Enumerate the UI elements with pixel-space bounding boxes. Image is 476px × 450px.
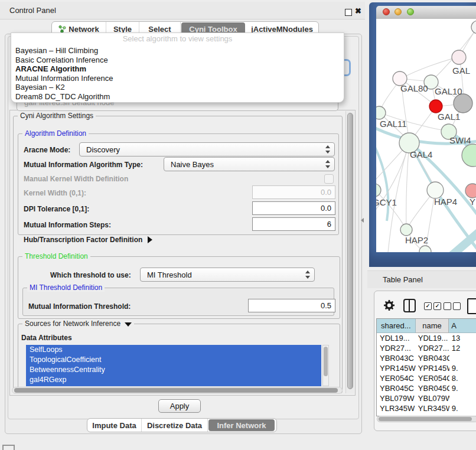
mi-threshold-label: Mutual Information Threshold: <box>28 302 131 311</box>
algorithm-option[interactable]: Bayesian – K2 <box>11 83 344 92</box>
mi-algorithm-type-label: Mutual Information Algorithm Type: <box>24 161 143 169</box>
attribute-item[interactable]: SelfLoops <box>26 345 321 355</box>
table-panel: ✓✓ shared... name A YDL19... YDL19 <box>374 291 476 431</box>
algorithm-option[interactable]: Basic Correlation Inference <box>11 56 344 65</box>
svg-text:GAL11: GAL11 <box>380 119 407 129</box>
svg-text:GAL4: GAL4 <box>410 149 432 159</box>
table-panel-titlebar: Table Panel <box>367 270 476 288</box>
deselect-all-columns-icon[interactable] <box>444 302 461 310</box>
algorithm-option-selected[interactable]: ARACNE Algorithm <box>11 64 344 74</box>
node-table: shared... name A YDL19... YDL19... 13 YD… <box>376 318 476 416</box>
node-salmon <box>465 184 476 198</box>
collapsed-panel-grip[interactable] <box>2 445 15 450</box>
scrollbar-thumb[interactable] <box>347 113 353 389</box>
table-panel-title: Table Panel <box>383 271 423 288</box>
network-tab-icon <box>58 25 66 33</box>
node-hap2 <box>400 224 412 236</box>
data-attributes-label: Data Attributes <box>21 334 72 342</box>
mi-algorithm-type-combobox[interactable]: Naive Bayes <box>164 157 335 171</box>
gear-icon[interactable] <box>383 299 395 311</box>
apply-button[interactable]: Apply <box>158 399 201 413</box>
table-row[interactable]: YLR345W YLR345W 9. <box>377 403 476 413</box>
scrollbar-thumb[interactable] <box>379 417 472 421</box>
scrollbar-thumb[interactable] <box>324 347 328 376</box>
tab-discretize-data[interactable]: Discretize Data <box>142 419 208 432</box>
sources-group-title: Sources for Network Inference <box>22 319 134 328</box>
which-threshold-combobox[interactable]: MI Threshold <box>140 268 315 282</box>
attribute-item[interactable]: gal4RGexp <box>26 375 321 385</box>
mi-steps-label: Mutual Information Steps: <box>24 221 111 229</box>
algorithm-dropdown-prompt: Select algorithm to view settings <box>11 33 344 46</box>
mi-steps-field[interactable]: 6 <box>252 217 335 231</box>
attribute-item[interactable]: TopologicalCoefficient <box>26 355 321 365</box>
aracne-mode-combobox[interactable]: Discovery <box>79 142 335 156</box>
float-panel-icon[interactable] <box>345 9 352 16</box>
svg-text:Y: Y <box>470 197 475 207</box>
settings-horizontal-scrollbar[interactable] <box>12 387 343 394</box>
table-row[interactable]: YPR145W YPR145W 9. <box>377 363 476 373</box>
table-row[interactable]: YER054C YER054C 8. <box>377 373 476 383</box>
expand-right-icon[interactable] <box>148 236 152 243</box>
svg-text:GCY1: GCY1 <box>376 197 397 207</box>
node-gal11 <box>376 106 386 119</box>
kernel-width-field[interactable]: 0.0 <box>252 185 335 199</box>
dpi-tolerance-field[interactable]: 0.0 <box>252 201 335 215</box>
table-row[interactable]: YBR045C YBR045C 9. <box>377 383 476 393</box>
table-row[interactable]: YDR27... YDR27... 12 <box>377 343 476 353</box>
svg-text:GAL1: GAL1 <box>438 112 460 122</box>
table-row[interactable]: YBR043C YBR043C <box>377 353 476 363</box>
close-window-button[interactable] <box>383 8 390 15</box>
close-panel-icon[interactable]: ✖ <box>355 6 361 15</box>
manual-kernel-width-checkbox[interactable] <box>324 174 334 184</box>
attribute-item[interactable]: BetweennessCentrality <box>26 365 321 375</box>
which-threshold-label: Which threshold to use: <box>50 271 131 279</box>
column-chooser-icon[interactable] <box>403 299 416 312</box>
zoom-window-button[interactable] <box>407 8 414 15</box>
table-row[interactable]: YBL079W YBL079W <box>377 393 476 403</box>
tab-infer-network[interactable]: Infer Network <box>208 419 275 431</box>
stepper-arrows-icon[interactable] <box>305 270 311 279</box>
mi-algorithm-type-value: Naive Bayes <box>171 160 214 169</box>
algorithm-option[interactable]: Bayesian – Hill Climbing <box>11 46 344 56</box>
network-canvas[interactable]: GAL GAL80 GAL10 GAL1 GAL11 SWI4 GAL4 GCY… <box>376 19 476 252</box>
stepper-arrows-icon[interactable] <box>325 145 331 154</box>
threshold-definition-title: Threshold Definition <box>22 252 90 260</box>
attributes-vertical-scrollbar[interactable] <box>322 345 329 386</box>
node-gcy1 <box>376 184 381 197</box>
hub-definition-toggle[interactable]: Hub/Transcription Factor Definition <box>24 236 152 244</box>
algorithm-option[interactable]: Mutual Information Inference <box>11 74 344 83</box>
svg-text:GAL10: GAL10 <box>435 86 462 96</box>
table-horizontal-scrollbar[interactable] <box>377 416 476 422</box>
column-header-shared-name[interactable]: shared... <box>377 319 416 333</box>
minimize-window-button[interactable] <box>395 8 402 15</box>
splitter-arrow-icon[interactable] <box>361 218 364 223</box>
control-panel-titlebar: Control Panel ✖ <box>0 2 365 19</box>
control-panel-title: Control Panel <box>9 2 56 19</box>
table-row[interactable]: YDL19... YDL19... 13 <box>377 333 476 343</box>
settings-vertical-scrollbar[interactable] <box>345 111 354 393</box>
svg-text:HAP4: HAP4 <box>434 197 457 207</box>
export-table-icon[interactable] <box>467 298 476 314</box>
network-window-titlebar[interactable] <box>376 6 476 19</box>
svg-text:GAL: GAL <box>452 66 470 76</box>
svg-text:SWI4: SWI4 <box>449 135 471 145</box>
stepper-arrows-icon[interactable] <box>325 160 331 168</box>
column-header-name[interactable]: name <box>416 319 449 333</box>
column-header-partial[interactable]: A <box>449 319 476 333</box>
scrollbar-thumb[interactable] <box>14 388 338 393</box>
select-all-columns-icon[interactable]: ✓✓ <box>424 302 441 310</box>
mi-threshold-field[interactable]: 0.5 <box>248 299 335 312</box>
kernel-width-label: Kernel Width (0,1): <box>24 189 86 197</box>
tab-impute-data[interactable]: Impute Data <box>87 419 142 432</box>
node-red <box>429 100 442 113</box>
mi-threshold-definition-title: MI Threshold Definition <box>27 283 105 292</box>
node <box>471 21 476 34</box>
algorithm-option[interactable]: Dream8 DC_TDC Algorithm <box>11 92 344 102</box>
dpi-tolerance-label: DPI Tolerance [0,1]: <box>24 205 89 213</box>
manual-kernel-width-label: Manual Kernel Width Definition <box>24 175 128 183</box>
node <box>462 144 476 167</box>
which-threshold-value: MI Threshold <box>147 270 192 279</box>
network-window: GAL GAL80 GAL10 GAL1 GAL11 SWI4 GAL4 GCY… <box>369 2 476 267</box>
collapse-down-icon[interactable] <box>125 322 132 327</box>
node-gray <box>454 94 472 113</box>
